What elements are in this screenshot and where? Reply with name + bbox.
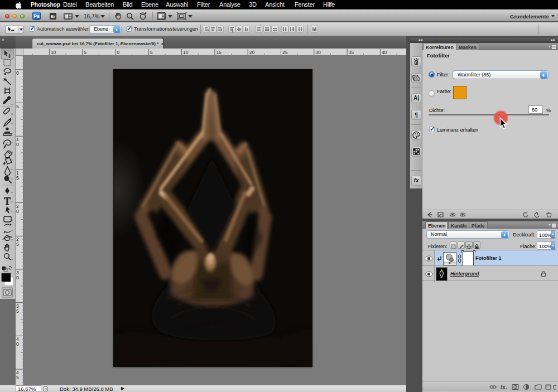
svg-text:10: 10 <box>51 50 56 55</box>
svg-text:fx.: fx. <box>501 384 507 390</box>
svg-text:0: 0 <box>16 341 19 347</box>
svg-text:20: 20 <box>249 50 255 55</box>
svg-text:30: 30 <box>315 50 321 55</box>
svg-text:10: 10 <box>183 50 189 55</box>
svg-text:40: 40 <box>382 50 387 55</box>
svg-text:5: 5 <box>16 308 19 314</box>
svg-text:0: 0 <box>16 142 19 147</box>
svg-text:5: 5 <box>84 50 86 55</box>
svg-text:5: 5 <box>150 50 153 55</box>
svg-text:5: 5 <box>16 104 19 109</box>
svg-text:0: 0 <box>16 209 19 214</box>
svg-text:15: 15 <box>216 50 222 55</box>
svg-text:25: 25 <box>282 50 288 55</box>
svg-text:0: 0 <box>16 70 19 76</box>
svg-text:5: 5 <box>16 175 19 181</box>
svg-text:0: 0 <box>16 275 19 280</box>
svg-text:35: 35 <box>349 50 354 55</box>
svg-text:5: 5 <box>16 241 19 247</box>
svg-text:0: 0 <box>117 50 120 55</box>
svg-text:5: 5 <box>16 375 19 380</box>
